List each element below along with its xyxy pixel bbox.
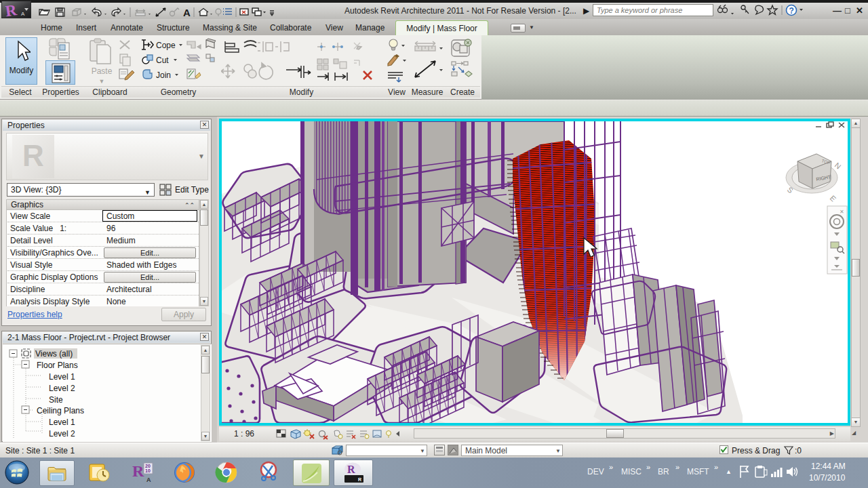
- svg-text:A: A: [146, 476, 151, 483]
- svg-text:Site: Site: [49, 395, 63, 405]
- svg-text:R: R: [132, 462, 144, 480]
- svg-text:Join: Join: [156, 70, 171, 80]
- svg-text:Level 1: Level 1: [49, 418, 75, 427]
- svg-text:✕: ✕: [840, 209, 844, 215]
- svg-text:Cope: Cope: [156, 41, 176, 50]
- svg-text:20: 20: [145, 464, 151, 468]
- svg-text:Level 2: Level 2: [49, 384, 75, 393]
- svg-text:10: 10: [145, 468, 151, 473]
- svg-text:Level 2: Level 2: [49, 429, 75, 439]
- svg-text:Views (all): Views (all): [35, 349, 73, 359]
- svg-text:R: R: [4, 1, 18, 18]
- svg-text:A: A: [183, 7, 191, 18]
- svg-text:Level 1: Level 1: [49, 372, 75, 382]
- svg-text:R: R: [358, 477, 361, 482]
- svg-text:?: ?: [789, 6, 794, 16]
- svg-text:A: A: [21, 11, 25, 17]
- svg-text:Ceiling Plans: Ceiling Plans: [37, 406, 84, 415]
- svg-text:Floor Plans: Floor Plans: [37, 361, 78, 370]
- svg-text:R: R: [347, 464, 355, 475]
- svg-text:Cut: Cut: [156, 56, 169, 65]
